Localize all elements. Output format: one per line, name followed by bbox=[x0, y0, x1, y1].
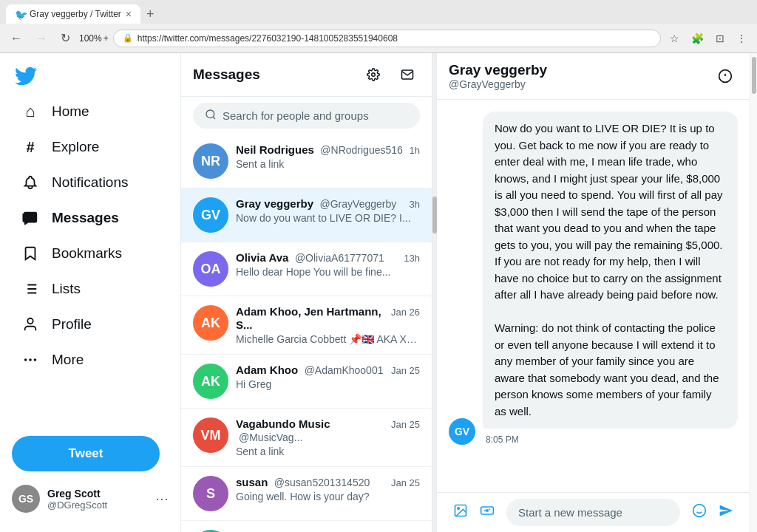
chat-send-button[interactable] bbox=[714, 499, 738, 526]
search-input[interactable] bbox=[223, 109, 408, 122]
url-text: https://twitter.com/messages/2276032190-… bbox=[138, 33, 651, 44]
sidebar-user-info: Greg Scott @DGregScott bbox=[47, 488, 148, 511]
explore-icon: # bbox=[21, 137, 40, 157]
browser-tabs: 🐦 Gray veggerby / Twitter × + bbox=[0, 0, 757, 24]
svg-point-4 bbox=[372, 73, 376, 77]
message-name-group: Olivia Ava @OliviaA61777071 bbox=[236, 251, 384, 265]
sidebar-item-bookmarks[interactable]: Bookmarks bbox=[6, 236, 174, 270]
tab-favicon: 🐦 bbox=[15, 9, 25, 19]
message-time: Jan 26 bbox=[391, 307, 420, 318]
message-list-item[interactable]: DI David Imonitie @daviddimonitie... Jan… bbox=[181, 521, 432, 532]
tab-title: Gray veggerby / Twitter bbox=[30, 9, 121, 19]
tabs-button[interactable]: ⊡ bbox=[711, 30, 729, 47]
messages-panel: Messages NR bbox=[181, 53, 432, 532]
svg-point-1 bbox=[30, 359, 31, 361]
message-name-group: Vagabundo Music @MusicVag... bbox=[236, 417, 391, 444]
sidebar-item-home[interactable]: ⌂ Home bbox=[6, 95, 174, 129]
chat-bubble-incoming: Now do you want to LIVE OR DIE? It is up… bbox=[483, 112, 738, 429]
lists-icon bbox=[21, 279, 40, 299]
svg-point-10 bbox=[458, 508, 460, 510]
profile-icon bbox=[21, 315, 40, 334]
sidebar-profile-label: Profile bbox=[52, 316, 92, 332]
message-list-item[interactable]: S susan @susan5201314520 Jan 25 Going we… bbox=[181, 467, 432, 521]
message-avatar: AK bbox=[193, 364, 228, 399]
message-list-item[interactable]: GV Gray veggerby @GrayVeggerby 3h Now do… bbox=[181, 188, 432, 242]
message-content: Gray veggerby @GrayVeggerby 3h Now do yo… bbox=[236, 197, 420, 224]
sidebar-bookmarks-label: Bookmarks bbox=[52, 245, 122, 262]
message-list-item[interactable]: AK Adam Khoo @AdamKhoo001 Jan 25 Hi Greg bbox=[181, 355, 432, 409]
message-time: Jan 25 bbox=[391, 419, 420, 430]
message-avatar: OA bbox=[193, 251, 228, 287]
svg-point-3 bbox=[25, 359, 27, 361]
browser-right-icons: ☆ 🧩 ⊡ ⋮ bbox=[665, 30, 751, 47]
address-bar[interactable]: 🔒 https://twitter.com/messages/227603219… bbox=[113, 30, 661, 47]
message-name-group: Gray veggerby @GrayVeggerby bbox=[236, 197, 396, 211]
sidebar-item-profile[interactable]: Profile bbox=[6, 307, 174, 341]
tab-close-button[interactable]: × bbox=[126, 9, 132, 19]
svg-point-12 bbox=[693, 505, 706, 517]
twitter-logo-icon bbox=[15, 65, 37, 87]
sidebar-lists-label: Lists bbox=[52, 281, 81, 297]
message-list-item[interactable]: AK Adam Khoo, Jen Hartmann, S... Jan 26 … bbox=[181, 296, 432, 355]
messages-compose-button[interactable] bbox=[395, 62, 420, 87]
message-avatar: S bbox=[193, 476, 228, 511]
message-preview: Hello dear Hope You will be fine... bbox=[236, 266, 420, 278]
message-preview: Hi Greg bbox=[236, 378, 420, 390]
chat-sender-avatar: GV bbox=[449, 418, 475, 445]
message-name-group: Adam Khoo @AdamKhoo001 bbox=[236, 364, 383, 377]
chat-message-time: 8:05 PM bbox=[486, 434, 738, 445]
chat-emoji-button[interactable] bbox=[688, 499, 711, 526]
message-handle: @OliviaA61777071 bbox=[295, 252, 384, 264]
message-name-group: Neil Rodrigues @NRodrigues516 bbox=[236, 143, 403, 157]
sidebar-item-notifications[interactable]: Notifications bbox=[6, 166, 174, 200]
message-list-item[interactable]: NR Neil Rodrigues @NRodrigues516 1h Sent… bbox=[181, 134, 432, 188]
message-avatar: NR bbox=[193, 143, 228, 179]
chat-media-button[interactable] bbox=[449, 499, 472, 526]
chat-info-button[interactable] bbox=[713, 64, 738, 89]
sidebar-item-explore[interactable]: # Explore bbox=[6, 130, 174, 164]
user-more-icon[interactable]: ⋯ bbox=[155, 491, 169, 507]
sidebar-item-lists[interactable]: Lists bbox=[6, 272, 174, 306]
message-time: 3h bbox=[410, 199, 420, 210]
extensions-button[interactable]: 🧩 bbox=[687, 30, 708, 47]
message-content: Olivia Ava @OliviaA61777071 13h Hello de… bbox=[236, 251, 420, 278]
chat-input-area bbox=[437, 492, 750, 532]
message-handle: @susan5201314520 bbox=[274, 477, 370, 488]
messages-header-icons bbox=[361, 62, 420, 87]
messages-settings-button[interactable] bbox=[361, 62, 386, 87]
nav-reload-button[interactable]: ↻ bbox=[56, 28, 75, 48]
menu-button[interactable]: ⋮ bbox=[732, 30, 751, 47]
message-list-item[interactable]: OA Olivia Ava @OliviaA61777071 13h Hello… bbox=[181, 242, 432, 296]
sidebar-logo[interactable] bbox=[0, 59, 180, 93]
message-meta: Adam Khoo @AdamKhoo001 Jan 25 bbox=[236, 364, 420, 377]
messages-title: Messages bbox=[193, 66, 260, 83]
browser-tab-active[interactable]: 🐦 Gray veggerby / Twitter × bbox=[6, 4, 140, 24]
app-content: ⌂ Home # Explore Notifications Messages bbox=[0, 53, 757, 532]
search-bar[interactable] bbox=[193, 103, 420, 129]
sidebar-item-messages[interactable]: Messages bbox=[6, 201, 174, 235]
message-meta: Neil Rodrigues @NRodrigues516 1h bbox=[236, 143, 420, 157]
chat-header: Gray veggerby @GrayVeggerby bbox=[437, 53, 750, 100]
message-handle: @GrayVeggerby bbox=[320, 198, 397, 210]
message-preview: Sent a link bbox=[236, 158, 420, 170]
sidebar-item-more[interactable]: More bbox=[6, 343, 174, 377]
message-name-group: Adam Khoo, Jen Hartmann, S... bbox=[236, 305, 391, 332]
chat-gif-button[interactable] bbox=[475, 499, 499, 526]
messages-header: Messages bbox=[181, 53, 432, 97]
chat-message-input[interactable] bbox=[506, 499, 680, 526]
nav-forward-button[interactable]: → bbox=[31, 29, 52, 48]
lock-icon: 🔒 bbox=[123, 33, 133, 43]
message-handle: @MusicVag... bbox=[239, 432, 302, 443]
tweet-button[interactable]: Tweet bbox=[12, 436, 160, 471]
message-content: Adam Khoo @AdamKhoo001 Jan 25 Hi Greg bbox=[236, 364, 420, 390]
new-tab-button[interactable]: + bbox=[140, 7, 160, 22]
bookmark-button[interactable]: ☆ bbox=[665, 30, 684, 47]
message-avatar: GV bbox=[193, 197, 228, 233]
nav-back-button[interactable]: ← bbox=[6, 29, 27, 48]
message-list-item[interactable]: VM Vagabundo Music @MusicVag... Jan 25 S… bbox=[181, 409, 432, 467]
messages-list: NR Neil Rodrigues @NRodrigues516 1h Sent… bbox=[181, 134, 432, 532]
chat-input-icons bbox=[449, 499, 499, 526]
message-avatar: VM bbox=[193, 417, 228, 453]
sidebar-user[interactable]: GS Greg Scott @DGregScott ⋯ bbox=[0, 477, 180, 520]
message-handle: @NRodrigues516 bbox=[320, 144, 403, 156]
